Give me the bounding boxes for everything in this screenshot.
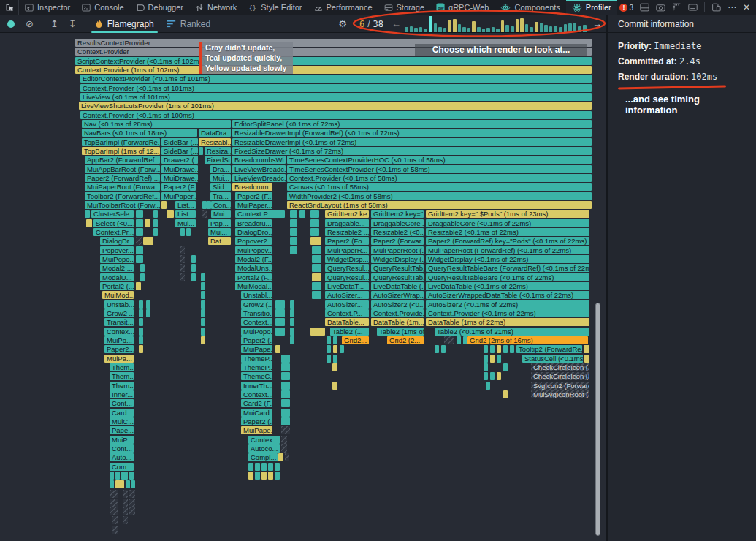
flame-node[interactable] <box>333 355 337 363</box>
commit-bar[interactable] <box>453 19 457 32</box>
flame-node[interactable] <box>191 273 196 281</box>
flame-node[interactable]: DraggableCore (<0.1ms of 22ms) <box>426 219 589 227</box>
devtools-tab-performance[interactable]: Performance <box>308 0 378 15</box>
flame-node[interactable] <box>123 499 128 507</box>
flame-node[interactable]: MuiPo... <box>104 336 134 344</box>
flame-node[interactable]: ResizableDrawerImpl (<0.1ms of 72ms) <box>232 138 592 146</box>
flame-node[interactable] <box>115 480 124 488</box>
flame-node[interactable]: Cont... <box>110 444 134 453</box>
flame-node[interactable]: MuiPa... <box>104 355 134 363</box>
flame-node[interactable]: Modal2 ... <box>100 264 134 272</box>
flame-node[interactable] <box>290 309 294 317</box>
flame-node[interactable] <box>444 336 454 344</box>
flame-node[interactable]: QueryResul... <box>325 264 369 272</box>
flame-node[interactable] <box>129 490 135 498</box>
flame-node[interactable]: GridItem2 key="... <box>371 210 424 218</box>
flame-node[interactable]: MuiPape... <box>241 426 272 434</box>
flame-node[interactable]: Tra... <box>210 192 231 200</box>
rulers-icon[interactable] <box>672 3 681 12</box>
flame-node[interactable] <box>201 300 205 309</box>
commit-bar[interactable] <box>535 22 538 32</box>
flame-node[interactable]: Modal2 (F... <box>235 255 272 263</box>
flame-node[interactable]: ResizableDrawerImpl (ForwardRef) (<0.1ms… <box>232 129 592 137</box>
flame-node[interactable] <box>340 345 344 353</box>
flame-node[interactable] <box>312 282 321 290</box>
flame-node[interactable]: AutoSizer... <box>325 291 369 299</box>
flame-node[interactable] <box>136 282 141 290</box>
flame-node[interactable] <box>110 472 114 480</box>
flame-node[interactable]: Context.Provider (<0.1ms of 58ms) <box>287 174 592 182</box>
commit-bar[interactable] <box>414 28 418 32</box>
flame-node[interactable] <box>139 318 143 326</box>
flame-node[interactable]: ModalUns... <box>235 264 272 272</box>
flame-node[interactable]: Portal2 (F... <box>235 273 272 281</box>
flame-node[interactable] <box>281 382 290 390</box>
commit-bar[interactable] <box>438 27 442 32</box>
flame-node[interactable]: MuiMod... <box>102 291 134 299</box>
flame-node[interactable] <box>275 300 285 309</box>
flame-node[interactable]: CheckCircleIcon (F... <box>531 372 589 380</box>
flame-node[interactable] <box>290 237 297 245</box>
flame-node[interactable]: Grow2 ... <box>104 309 134 317</box>
flame-node[interactable]: Portal2 (... <box>100 282 134 290</box>
flame-node[interactable]: AutoSizer2 (<0.... <box>371 300 424 309</box>
flame-node[interactable]: MuiModal... <box>235 282 272 290</box>
devtools-tab-inspector[interactable]: Inspector <box>19 0 76 15</box>
commit-bar[interactable] <box>544 25 548 32</box>
flame-node[interactable]: Resiza... <box>205 147 231 155</box>
flame-node[interactable]: MuiPaper... <box>235 201 272 209</box>
flame-node[interactable] <box>281 426 290 434</box>
flame-node[interactable]: Toolbar2 (ForwardRef... <box>85 192 160 200</box>
flame-node[interactable]: Context.Pr... <box>93 228 134 236</box>
flame-node[interactable] <box>510 345 514 353</box>
flame-node[interactable] <box>281 363 290 371</box>
commit-bar[interactable] <box>568 23 572 32</box>
commit-bar[interactable] <box>501 20 505 32</box>
flame-node[interactable]: ClusterSele... <box>91 210 134 218</box>
flame-node[interactable]: Mui... <box>208 228 231 236</box>
devtools-tab-debugger[interactable]: Debugger <box>130 0 189 15</box>
flame-node[interactable]: DialogDr... <box>100 237 134 245</box>
flame-node[interactable]: Them... <box>110 372 134 380</box>
commit-bar[interactable] <box>419 27 423 32</box>
flame-node[interactable] <box>180 228 185 236</box>
flame-node[interactable]: Transit... <box>104 318 134 326</box>
commit-bar[interactable] <box>482 29 486 32</box>
flame-node[interactable] <box>290 328 294 336</box>
flame-node[interactable] <box>136 255 143 263</box>
flame-node[interactable] <box>115 472 120 480</box>
flame-node[interactable]: MuiPaperRoot (... <box>371 246 424 254</box>
flame-node[interactable] <box>484 355 488 363</box>
flame-node[interactable]: WidthProvider2 (<0.1ms of 58ms) <box>287 192 592 200</box>
devtools-tab-grpc-web[interactable]: gwgRPC-Web <box>430 0 495 15</box>
flame-node[interactable]: TimeSeriesContextProvider (<0.1ms of 58m… <box>287 165 592 173</box>
flame-node[interactable]: StatusCell (<0.1ms... <box>522 355 583 363</box>
flame-node[interactable] <box>180 255 185 263</box>
flame-node[interactable] <box>110 507 118 515</box>
flame-node[interactable] <box>290 210 297 218</box>
flame-node[interactable] <box>312 291 321 299</box>
flame-node[interactable] <box>310 328 325 336</box>
flame-node[interactable] <box>503 390 508 398</box>
flame-node[interactable] <box>261 472 267 480</box>
commit-bar[interactable] <box>410 26 413 32</box>
flame-node[interactable]: MuiPaper... <box>161 192 196 200</box>
flame-node[interactable]: Paper2 (Fo... <box>325 237 369 245</box>
devtools-tab-components[interactable]: Components <box>495 0 565 15</box>
flame-node[interactable] <box>484 345 488 353</box>
flame-node[interactable] <box>161 201 167 209</box>
flame-node[interactable]: Mui... <box>175 219 196 227</box>
flame-node[interactable] <box>312 255 321 263</box>
flame-node[interactable]: Draggable... <box>325 219 369 227</box>
commit-bar[interactable] <box>525 24 529 32</box>
responsive-mode-icon[interactable] <box>711 3 721 12</box>
element-picker-icon[interactable] <box>0 0 19 15</box>
flame-node[interactable] <box>110 490 118 498</box>
flame-node[interactable]: Auto... <box>110 453 134 461</box>
flame-node[interactable] <box>201 309 205 317</box>
settings-icon[interactable]: ⚙ <box>338 19 347 29</box>
flame-node[interactable] <box>110 480 114 488</box>
flame-node[interactable]: MuiPape... <box>241 345 272 353</box>
flame-node[interactable] <box>281 399 290 407</box>
flame-node[interactable]: Paper2 (ForwardRef) key="Pods" (<0.1ms o… <box>426 237 589 245</box>
